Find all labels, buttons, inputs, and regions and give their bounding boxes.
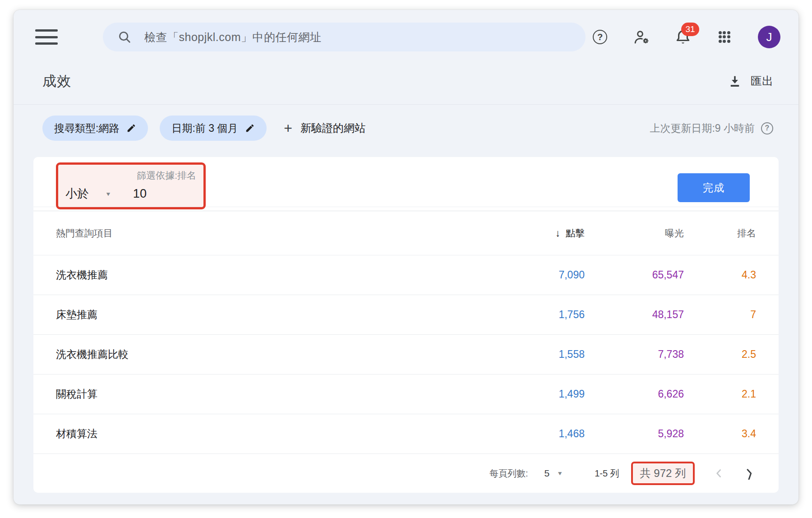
chevron-left-icon (713, 467, 725, 479)
download-icon (728, 74, 742, 88)
search-icon (116, 29, 133, 45)
top-bar: 檢查「shopjkl.com」中的任何網址 ? 31 (14, 10, 798, 64)
dropdown-arrow-icon: ▼ (105, 191, 111, 197)
table-row[interactable]: 材積算法 1,468 5,928 3.4 (33, 414, 779, 454)
export-button[interactable]: 匯出 (728, 74, 773, 88)
query-cell: 洗衣機推薦 (56, 268, 481, 282)
notification-badge: 31 (681, 23, 699, 36)
app-window: 檢查「shopjkl.com」中的任何網址 ? 31 (14, 10, 798, 504)
apps-button[interactable] (716, 29, 733, 45)
column-position[interactable]: 排名 (684, 227, 756, 240)
query-cell: 材積算法 (56, 427, 481, 441)
search-type-chip-label: 搜尋類型:網路 (54, 121, 119, 135)
notifications-button[interactable]: 31 (675, 29, 691, 45)
sort-desc-icon: ↓ (555, 227, 560, 239)
help-button[interactable]: ? (592, 29, 608, 45)
clicks-cell: 7,090 (481, 269, 585, 281)
impressions-cell: 65,547 (585, 269, 684, 281)
prev-page-button (710, 464, 728, 482)
table-body: 洗衣機推薦 7,090 65,547 4.3 床墊推薦 1,756 48,157… (33, 255, 779, 454)
column-query[interactable]: 熱門查詢項目 (56, 227, 481, 240)
clicks-cell: 1,756 (481, 309, 585, 321)
search-type-chip[interactable]: 搜尋類型:網路 (42, 116, 148, 141)
export-label: 匯出 (751, 74, 773, 88)
edit-icon (126, 123, 136, 133)
filter-chip-bar: 搜尋類型:網路 日期:前 3 個月 + 新驗證的網站 上次更新日期:9 小時前 … (14, 105, 798, 152)
chevron-right-icon (743, 467, 755, 480)
filter-annotation-box: 篩選依據:排名 小於 ▼ 10 (56, 162, 206, 209)
table-row[interactable]: 洗衣機推薦比較 1,558 7,738 2.5 (33, 335, 779, 375)
user-settings-button[interactable] (633, 29, 650, 45)
new-filter-label: 新驗證的網站 (300, 121, 365, 135)
query-cell: 洗衣機推薦比較 (56, 347, 481, 361)
table-row[interactable]: 關稅計算 1,499 6,626 2.1 (33, 375, 779, 414)
page-header: 成效 匯出 (14, 64, 798, 105)
impressions-cell: 48,157 (585, 309, 684, 321)
clicks-cell: 1,499 (481, 388, 585, 400)
table-header: 熱門查詢項目 ↓ 點擊 曝光 排名 (33, 211, 779, 255)
filter-value-input[interactable]: 10 (133, 187, 147, 201)
operator-value: 小於 (65, 186, 89, 202)
date-chip-label: 日期:前 3 個月 (171, 121, 238, 135)
url-inspection-search[interactable]: 檢查「shopjkl.com」中的任何網址 (103, 23, 586, 51)
user-gear-icon (633, 28, 650, 46)
edit-icon (245, 123, 255, 133)
search-placeholder: 檢查「shopjkl.com」中的任何網址 (144, 30, 322, 45)
impressions-cell: 5,928 (585, 428, 684, 440)
position-cell: 7 (684, 309, 756, 321)
column-clicks-label: 點擊 (566, 227, 585, 240)
last-updated: 上次更新日期:9 小時前 ? (650, 121, 773, 135)
query-cell: 關稅計算 (56, 387, 481, 401)
avatar[interactable]: J (758, 26, 780, 48)
new-filter-button[interactable]: + 新驗證的網站 (284, 121, 365, 135)
menu-icon[interactable] (35, 29, 58, 45)
rows-per-page-label: 每頁列數: (489, 467, 528, 480)
clicks-cell: 1,468 (481, 428, 585, 440)
total-rows-annotation: 共 972 列 (631, 462, 695, 485)
next-page-button[interactable] (740, 464, 758, 482)
rows-per-page-value: 5 (544, 468, 550, 479)
queries-card: 篩選依據:排名 小於 ▼ 10 完成 熱門查詢項目 ↓ 點擊 曝光 排名 (33, 157, 779, 493)
pagination-bar: 每頁列數: 5 ▼ 1-5 列 共 972 列 (33, 454, 779, 493)
dropdown-arrow-icon: ▼ (557, 470, 563, 476)
column-clicks[interactable]: ↓ 點擊 (481, 227, 585, 240)
done-button[interactable]: 完成 (678, 173, 750, 202)
plus-icon: + (284, 121, 292, 135)
operator-dropdown[interactable]: 小於 ▼ (65, 186, 111, 202)
rows-per-page-select[interactable]: 5 ▼ (544, 468, 563, 479)
help-icon: ? (593, 30, 607, 44)
table-row[interactable]: 洗衣機推薦 7,090 65,547 4.3 (33, 255, 779, 295)
position-cell: 2.1 (684, 388, 756, 400)
page-title: 成效 (42, 72, 71, 91)
position-cell: 3.4 (684, 428, 756, 440)
apps-grid-icon (718, 31, 731, 43)
filter-by-label: 篩選依據:排名 (137, 169, 196, 182)
help-icon[interactable]: ? (761, 122, 773, 134)
impressions-cell: 6,626 (585, 388, 684, 400)
clicks-cell: 1,558 (481, 348, 585, 361)
table-row[interactable]: 床墊推薦 1,756 48,157 7 (33, 295, 779, 335)
last-updated-text: 上次更新日期:9 小時前 (650, 121, 755, 135)
row-range: 1-5 列 (595, 467, 619, 480)
position-cell: 4.3 (684, 269, 756, 281)
date-chip[interactable]: 日期:前 3 個月 (160, 116, 267, 141)
position-cell: 2.5 (684, 348, 756, 361)
query-cell: 床墊推薦 (56, 308, 481, 322)
filter-editor-row: 篩選依據:排名 小於 ▼ 10 完成 (33, 157, 779, 211)
column-impressions[interactable]: 曝光 (585, 227, 684, 240)
impressions-cell: 7,738 (585, 348, 684, 361)
